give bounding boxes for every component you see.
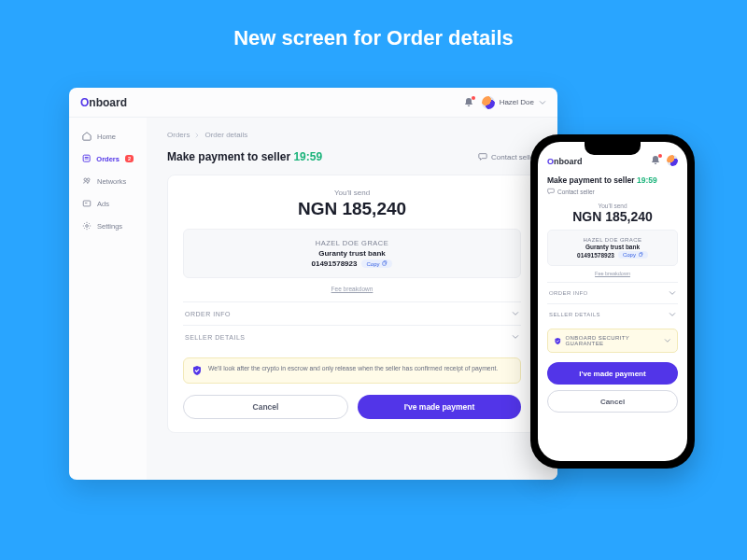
phone-notch <box>585 142 641 155</box>
chevron-down-icon <box>512 310 519 317</box>
amount-value: NGN 185,240 <box>183 199 521 219</box>
orders-badge: 2 <box>125 155 134 162</box>
sidebar-label: Home <box>97 133 116 141</box>
countdown-timer: 19:59 <box>637 175 657 185</box>
copy-label: Copy <box>623 252 636 258</box>
account-number: 01491578923 <box>312 259 358 268</box>
chevron-down-icon <box>512 333 519 341</box>
cancel-button[interactable]: Cancel <box>547 390 678 413</box>
phone-frame: Onboard Make payment to seller 19:59 <box>530 134 695 469</box>
accordion-label: ORDER INFO <box>185 311 231 317</box>
copy-icon <box>381 260 388 267</box>
sidebar-label: Networks <box>97 177 126 186</box>
paid-button[interactable]: I've made payment <box>547 362 678 385</box>
notifications-button[interactable] <box>463 97 474 108</box>
amount-lede: You'll send <box>547 203 678 209</box>
avatar[interactable] <box>667 155 678 166</box>
accordion-label: SELLER DETAILS <box>185 334 245 341</box>
app-header: Onboard Hazel Doe <box>69 88 557 118</box>
shield-icon <box>554 337 562 345</box>
sidebar-item-orders[interactable]: Orders 2 <box>77 149 139 168</box>
sidebar-item-ads[interactable]: Ads <box>77 194 139 213</box>
copy-account-button[interactable]: Copy <box>361 259 392 268</box>
amount-lede: You'll send <box>183 189 521 197</box>
countdown-timer: 19:59 <box>293 150 322 163</box>
payment-panel: You'll send NGN 185,240 HAZEL DOE GRACE … <box>167 175 537 433</box>
copy-account-button[interactable]: Copy <box>618 251 648 259</box>
accordion-seller-details[interactable]: SELLER DETAILS <box>547 303 678 325</box>
sidebar-label: Settings <box>97 222 122 231</box>
brand-o: O <box>547 157 554 166</box>
chevron-right-icon <box>194 133 200 138</box>
account-number: 01491578923 <box>577 252 614 259</box>
user-name: Hazel Doe <box>500 98 534 106</box>
paid-button[interactable]: I've made payment <box>358 395 521 419</box>
account-bank: Guranty trust bank <box>193 249 511 258</box>
chevron-down-icon <box>539 99 546 106</box>
sidebar-label: Orders <box>96 155 120 163</box>
sidebar-label: Ads <box>97 200 109 208</box>
notice-text: We'll look after the crypto in escrow an… <box>208 365 498 376</box>
copy-label: Copy <box>366 261 379 267</box>
notifications-button[interactable] <box>650 155 661 166</box>
user-menu[interactable]: Hazel Doe <box>482 96 546 109</box>
copy-icon <box>638 252 643 258</box>
fee-breakdown-link[interactable]: Fee breakdown <box>183 286 521 292</box>
account-name: HAZEL DOE GRACE <box>555 237 670 243</box>
account-bank: Guranty trust bank <box>555 244 670 250</box>
page-title: Make payment to seller 19:59 <box>547 175 678 185</box>
brand-logo[interactable]: Onboard <box>80 96 127 109</box>
account-card: HAZEL DOE GRACE Guranty trust bank 01491… <box>183 229 521 278</box>
ads-icon <box>82 199 92 208</box>
sidebar-item-networks[interactable]: Networks <box>77 172 139 190</box>
brand-rest: nboard <box>554 157 583 166</box>
notification-dot <box>658 154 662 158</box>
account-name: HAZEL DOE GRACE <box>193 239 511 247</box>
breadcrumb-current: Order details <box>204 131 247 139</box>
breadcrumb-root[interactable]: Orders <box>167 131 190 139</box>
hero-title: New screen for Order details <box>0 0 747 67</box>
main-content: Orders Order details Make payment to sel… <box>147 118 557 480</box>
brand-rest: nboard <box>89 96 127 109</box>
accordion-order-info[interactable]: ORDER INFO <box>183 301 521 325</box>
chat-icon <box>547 188 555 195</box>
accordion-label: SELLER DETAILS <box>549 312 600 317</box>
contact-seller-button[interactable]: Contact seller <box>547 188 678 195</box>
breadcrumb: Orders Order details <box>167 131 537 139</box>
shield-icon <box>191 365 203 376</box>
chevron-down-icon <box>669 311 676 318</box>
cancel-button[interactable]: Cancel <box>183 395 348 419</box>
title-text: Make payment to seller <box>167 150 290 163</box>
brand-logo[interactable]: Onboard <box>547 157 583 166</box>
accordion-label: ORDER INFO <box>549 290 588 296</box>
account-card: HAZEL DOE GRACE Guranty trust bank 01491… <box>547 230 678 266</box>
amount-value: NGN 185,240 <box>547 209 678 224</box>
page-title: Make payment to seller 19:59 <box>167 150 322 163</box>
chat-icon <box>478 152 487 161</box>
desktop-window: Onboard Hazel Doe Home <box>69 88 557 480</box>
sidebar-item-settings[interactable]: Settings <box>77 217 139 235</box>
sidebar-item-home[interactable]: Home <box>77 127 139 146</box>
accordion-security-guarantee[interactable]: ONBOARD SECURITY GUARANTEE <box>547 329 678 353</box>
settings-icon <box>82 221 92 231</box>
accordion-seller-details[interactable]: SELLER DETAILS <box>183 325 521 348</box>
contact-seller-label: Contact seller <box>557 189 595 195</box>
accordion-label: ONBOARD SECURITY GUARANTEE <box>566 335 665 346</box>
escrow-notice: We'll look after the crypto in escrow an… <box>183 357 521 384</box>
notification-dot <box>472 96 475 100</box>
chevron-down-icon <box>664 337 671 344</box>
title-text: Make payment to seller <box>547 175 635 185</box>
brand-o: O <box>80 96 89 109</box>
orders-icon <box>82 154 91 163</box>
contact-seller-button[interactable]: Contact seller <box>478 152 537 161</box>
chevron-down-icon <box>669 289 676 297</box>
home-icon <box>82 132 92 141</box>
avatar <box>482 96 495 109</box>
sidebar: Home Orders 2 Networks Ads Setting <box>69 118 147 480</box>
fee-breakdown-link[interactable]: Fee breakdown <box>547 271 678 276</box>
accordion-order-info[interactable]: ORDER INFO <box>547 282 678 303</box>
networks-icon <box>82 176 92 186</box>
